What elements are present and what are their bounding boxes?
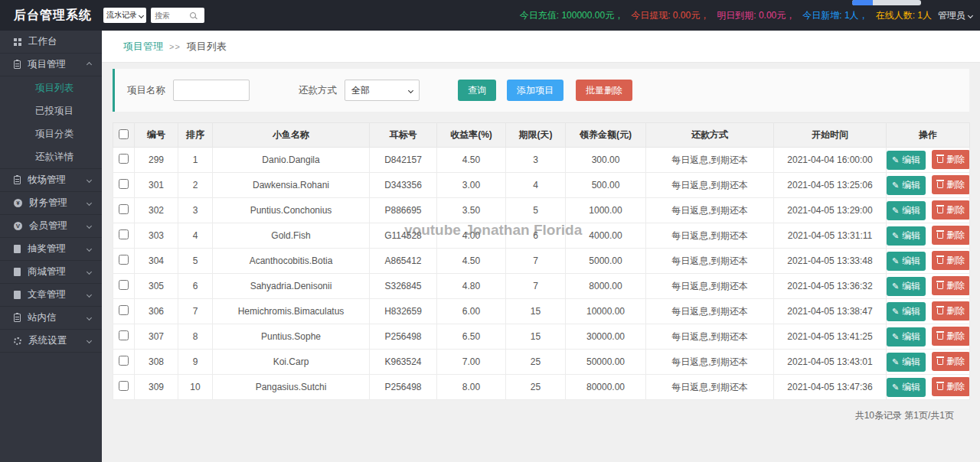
delete-button[interactable]: 删除 xyxy=(932,226,969,245)
row-checkbox[interactable] xyxy=(119,356,129,366)
delete-button[interactable]: 删除 xyxy=(932,150,969,169)
sidebar-item-member-mgmt[interactable]: V 会员管理 xyxy=(0,215,102,238)
row-checkbox[interactable] xyxy=(119,179,129,189)
clipboard-icon xyxy=(14,314,21,322)
table-row: 3056 Sahyadria.DenisoniiS326845 4.807 80… xyxy=(113,274,970,299)
trash-icon xyxy=(937,207,943,213)
trash-icon xyxy=(937,182,943,188)
edit-icon: ✎ xyxy=(892,282,899,291)
mini-progress-bar xyxy=(852,0,921,5)
sidebar-item-project-mgmt[interactable]: 项目管理 xyxy=(0,54,102,76)
chevron-down-icon xyxy=(87,223,92,229)
sidebar-item-system-settings[interactable]: 系统设置 xyxy=(0,330,102,353)
project-name-input[interactable] xyxy=(173,80,250,101)
sidebar-item-repayment-detail[interactable]: 还款详情 xyxy=(0,145,102,168)
delete-button[interactable]: 删除 xyxy=(932,377,969,396)
main-content: 项目管理 >> 项目列表 项目名称 还款方式 全部 查询 添加项目 批量删除 xyxy=(102,31,980,462)
col-start-time: 开始时间 xyxy=(774,123,887,148)
delete-button[interactable]: 删除 xyxy=(932,352,969,371)
edit-button[interactable]: ✎编辑 xyxy=(887,176,926,195)
table-row: 3012 Dawkensia.RohaniD343356 3.004 500.0… xyxy=(113,173,970,198)
edit-button[interactable]: ✎编辑 xyxy=(887,353,926,372)
col-actions: 操作 xyxy=(887,123,970,148)
delete-button[interactable]: 删除 xyxy=(932,327,969,346)
add-project-button[interactable]: 添加项目 xyxy=(507,80,564,101)
breadcrumb-separator: >> xyxy=(169,42,181,51)
chevron-down-icon xyxy=(968,12,973,18)
clipboard-icon xyxy=(14,60,21,69)
row-checkbox[interactable] xyxy=(119,204,129,214)
app-title: 后台管理系统 xyxy=(0,8,102,24)
chevron-down-icon xyxy=(87,315,92,320)
table-row: 3089 Koi.CarpK963524 7.0025 50000.00每日返息… xyxy=(113,350,970,375)
edit-icon: ✎ xyxy=(892,307,899,316)
delete-button[interactable]: 删除 xyxy=(932,301,969,320)
file-icon xyxy=(14,291,21,299)
edit-button[interactable]: ✎编辑 xyxy=(887,252,926,271)
dashboard-icon xyxy=(14,38,21,46)
gear-icon xyxy=(14,337,21,345)
repay-method-select[interactable]: 全部 xyxy=(345,80,420,101)
search-icon[interactable] xyxy=(190,12,196,18)
chevron-down-icon xyxy=(87,338,92,343)
query-button[interactable]: 查询 xyxy=(458,80,496,101)
topbar-search xyxy=(151,8,204,23)
table-row: 3034 Gold.FishG114528 4.006 4000.00每日返息,… xyxy=(113,223,970,249)
row-checkbox[interactable] xyxy=(119,330,129,340)
edit-icon: ✎ xyxy=(892,156,899,164)
admin-menu[interactable]: 管理员 xyxy=(938,9,972,22)
delete-button[interactable]: 删除 xyxy=(932,251,969,270)
search-input[interactable] xyxy=(155,11,190,20)
chevron-down-icon xyxy=(139,12,144,18)
breadcrumb-current: 项目列表 xyxy=(187,40,227,54)
breadcrumb-section[interactable]: 项目管理 xyxy=(123,40,163,54)
chevron-down-icon xyxy=(87,292,92,298)
row-checkbox[interactable] xyxy=(119,154,129,164)
edit-button[interactable]: ✎编辑 xyxy=(887,327,926,346)
row-checkbox[interactable] xyxy=(119,381,129,391)
sidebar-item-project-list[interactable]: 项目列表 xyxy=(0,76,102,99)
sidebar-item-project-category[interactable]: 项目分类 xyxy=(0,122,102,145)
project-name-label: 项目名称 xyxy=(127,84,165,97)
edit-button[interactable]: ✎编辑 xyxy=(887,277,926,296)
edit-button[interactable]: ✎编辑 xyxy=(887,378,926,397)
chevron-down-icon xyxy=(87,246,92,252)
row-checkbox[interactable] xyxy=(119,255,129,265)
batch-delete-button[interactable]: 批量删除 xyxy=(576,80,632,101)
delete-button[interactable]: 删除 xyxy=(932,200,969,220)
sidebar-item-mall-mgmt[interactable]: 商城管理 xyxy=(0,261,102,284)
edit-button[interactable]: ✎编辑 xyxy=(887,226,926,246)
edit-button[interactable]: ✎编辑 xyxy=(887,201,926,220)
sidebar-item-article-mgmt[interactable]: 文章管理 xyxy=(0,284,102,307)
delete-button[interactable]: 删除 xyxy=(932,175,969,194)
edit-button[interactable]: ✎编辑 xyxy=(887,151,926,170)
sidebar-item-workbench[interactable]: 工作台 xyxy=(0,31,102,54)
project-table: 编号 排序 小鱼名称 耳标号 收益率(%) 期限(天) 领养金额(元) 还款方式… xyxy=(113,122,969,400)
topbar-stats: 今日充值: 100000.00元， 今日提现: 0.00元， 明日到期: 0.0… xyxy=(512,9,980,22)
table-row: 30910 Pangasius.SutchiP256498 8.0025 800… xyxy=(113,375,970,400)
chevron-down-icon xyxy=(87,200,92,206)
table-header-row: 编号 排序 小鱼名称 耳标号 收益率(%) 期限(天) 领养金额(元) 还款方式… xyxy=(113,123,970,148)
sidebar-item-ranch-mgmt[interactable]: 牧场管理 xyxy=(0,169,102,192)
file-icon xyxy=(14,245,21,253)
edit-button[interactable]: ✎编辑 xyxy=(887,302,926,321)
coin-icon: ¥ xyxy=(14,199,22,207)
stat-online: 在线人数: 1人 xyxy=(876,9,932,22)
row-checkbox[interactable] xyxy=(119,305,129,315)
project-submenu: 项目列表 已投项目 项目分类 还款详情 xyxy=(0,76,102,169)
file-icon xyxy=(14,268,21,276)
sidebar-item-lottery-mgmt[interactable]: 抽奖管理 xyxy=(0,238,102,261)
chevron-down-icon xyxy=(408,87,413,93)
row-checkbox[interactable] xyxy=(119,229,129,239)
sidebar-item-site-message[interactable]: 站内信 xyxy=(0,307,102,330)
table-row: 3045 Acanthocobitis.BotiaA865412 4.507 5… xyxy=(113,249,970,274)
delete-button[interactable]: 删除 xyxy=(932,276,969,295)
select-all-checkbox[interactable] xyxy=(119,129,129,139)
record-type-value: 流水记录 xyxy=(106,10,137,21)
sidebar-item-invested-projects[interactable]: 已投项目 xyxy=(0,99,102,122)
sidebar-item-finance-mgmt[interactable]: ¥ 财务管理 xyxy=(0,192,102,215)
edit-icon: ✎ xyxy=(892,333,899,341)
row-checkbox[interactable] xyxy=(119,280,129,290)
trash-icon xyxy=(937,157,943,163)
record-type-select[interactable]: 流水记录 xyxy=(103,8,146,23)
